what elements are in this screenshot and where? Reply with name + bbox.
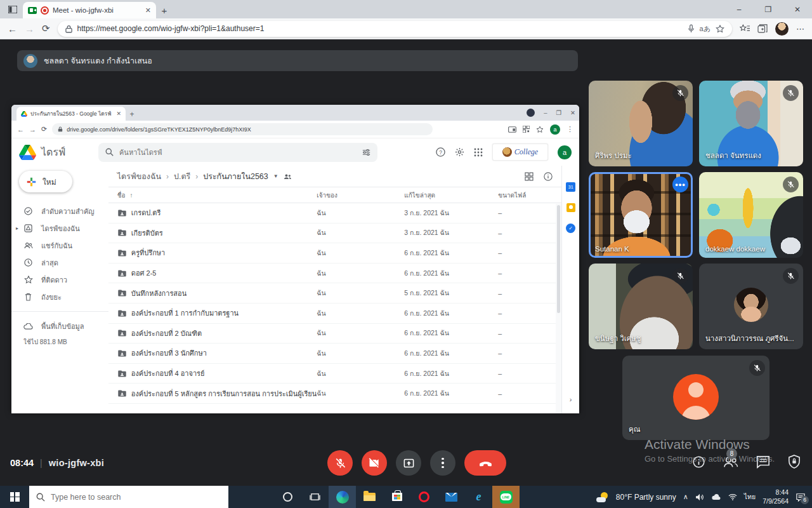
column-name[interactable]: ชื่อ xyxy=(117,190,126,200)
video-tile[interactable]: ชลลดา จันทรแดง xyxy=(699,81,803,166)
keyboard-language-indicator[interactable]: ไทย xyxy=(744,491,756,502)
new-tab-button[interactable]: + xyxy=(156,5,173,18)
translate-icon[interactable]: aあ xyxy=(700,24,710,34)
column-modified[interactable]: แก้ไขล่าสุด xyxy=(404,190,498,200)
drive-account-avatar[interactable]: a xyxy=(550,124,560,135)
cast-icon[interactable] xyxy=(508,126,516,133)
taskbar-clock[interactable]: 8:44 7/9/2564 xyxy=(763,488,789,505)
breadcrumb-degree[interactable]: ป.ตรี xyxy=(174,170,190,183)
apps-grid-icon[interactable] xyxy=(474,148,483,157)
forward-button[interactable]: → xyxy=(25,23,34,34)
drive-account-avatar[interactable]: a xyxy=(558,145,572,159)
video-tile[interactable]: ศิริพร ปรมะ xyxy=(589,81,693,166)
shared-address-bar[interactable]: drive.google.com/drive/folders/1gsSGreTK… xyxy=(52,123,433,135)
taskbar-app-file-explorer[interactable] xyxy=(356,486,383,508)
calendar-icon[interactable]: 31 xyxy=(566,182,575,192)
self-video-tile[interactable]: คุณ xyxy=(622,356,769,440)
shared-maximize-button[interactable]: ❐ xyxy=(556,109,562,116)
sidebar-item-shared-with-me[interactable]: แชร์กับฉัน xyxy=(11,237,108,254)
qr-grid-icon[interactable] xyxy=(523,126,530,133)
sidebar-item-trash[interactable]: ถังขยะ xyxy=(11,288,108,305)
column-size[interactable]: ขนาดไฟล์ xyxy=(498,190,553,200)
table-row[interactable]: ดอศ 2-5 ฉัน 6 ก.ย. 2021 ฉัน – xyxy=(108,264,562,284)
onedrive-icon[interactable] xyxy=(711,494,721,500)
sidebar-item-recent[interactable]: ล่าสุด xyxy=(11,254,108,271)
mic-toggle-button[interactable] xyxy=(327,450,353,476)
sort-arrow-icon[interactable]: ↑ xyxy=(130,192,133,199)
minimize-button[interactable]: – xyxy=(724,0,754,18)
breadcrumb-current-folder[interactable]: ประกันภายใน2563 xyxy=(203,170,268,183)
table-row[interactable]: บันทึกหลังการสอน ฉัน 5 ก.ย. 2021 ฉัน – xyxy=(108,283,562,304)
shared-menu-icon[interactable]: ⋮ xyxy=(566,125,573,133)
shared-minimize-button[interactable]: – xyxy=(544,109,547,116)
present-screen-button[interactable] xyxy=(396,450,421,476)
new-button[interactable]: ใหม่ xyxy=(19,171,72,192)
taskbar-app-store[interactable] xyxy=(383,486,410,508)
chat-icon[interactable] xyxy=(756,455,770,469)
reload-button[interactable]: ⟳ xyxy=(42,23,50,34)
volume-icon[interactable] xyxy=(695,493,704,501)
info-icon[interactable] xyxy=(544,172,553,181)
table-row[interactable]: องค์ประกอบที่ 1 การกำกับมาตรฐาน ฉัน 6 ก.… xyxy=(108,304,562,324)
collections-icon[interactable] xyxy=(757,24,768,33)
tile-options-icon[interactable]: ••• xyxy=(672,177,688,192)
video-tile-active-speaker[interactable]: ••• Sutanan K xyxy=(589,172,693,258)
tray-chevron-icon[interactable]: ∧ xyxy=(683,493,688,501)
sidebar-item-starred[interactable]: ที่ติดดาว xyxy=(11,271,108,288)
video-tile[interactable]: นางสาวนิภาวรรณ ภูศรีจัน... xyxy=(699,264,803,349)
shared-back-button[interactable]: ← xyxy=(17,126,24,133)
task-view-button[interactable] xyxy=(301,486,329,508)
camera-toggle-button[interactable] xyxy=(362,450,387,476)
sidebar-item-my-drive[interactable]: ▸ ไดรฟ์ของฉัน xyxy=(11,220,108,237)
taskbar-app-internet-explorer[interactable]: e xyxy=(465,486,492,508)
shared-new-tab-button[interactable]: + xyxy=(126,110,138,121)
address-bar[interactable]: https://meet.google.com/wio-jgfw-xbi?pli… xyxy=(58,21,732,37)
add-favorite-icon[interactable] xyxy=(716,25,724,33)
shared-tab-close-icon[interactable]: ✕ xyxy=(116,110,121,117)
shared-browser-tab[interactable]: ประกันภายใน2563 - Google ไดรฟ์ ✕ xyxy=(16,107,126,121)
browser-menu-icon[interactable]: ⋯ xyxy=(796,24,804,34)
drive-search-box[interactable] xyxy=(98,143,377,162)
taskbar-search-input[interactable] xyxy=(51,493,221,502)
video-tile[interactable]: ขนิษฐา วิเศษชู xyxy=(589,264,693,349)
browser-profile-avatar[interactable] xyxy=(775,22,789,36)
taskbar-search[interactable] xyxy=(29,486,228,508)
keep-icon[interactable] xyxy=(566,203,575,212)
back-button[interactable]: ← xyxy=(8,23,17,34)
search-options-icon[interactable] xyxy=(362,149,370,156)
more-options-button[interactable] xyxy=(430,450,455,476)
taskbar-app-opera[interactable] xyxy=(410,486,438,508)
table-row[interactable]: องค์ประกอบที่ 5 หลักสูตร การเรียนการสอน … xyxy=(108,384,562,404)
taskbar-app-mail[interactable] xyxy=(438,486,465,508)
shared-reload-button[interactable]: ⟳ xyxy=(41,125,47,133)
video-tile[interactable]: dokkaew dokkaew xyxy=(699,172,803,258)
meeting-details-icon[interactable] xyxy=(692,455,705,469)
folder-menu-caret-icon[interactable]: ▼ xyxy=(273,173,278,179)
breadcrumb-my-drive[interactable]: ไดรฟ์ของฉัน xyxy=(117,170,161,183)
vertical-tabs-button[interactable] xyxy=(5,3,20,17)
table-row[interactable]: องค์ประกอบที่ 3 นักศึกษา ฉัน 6 ก.ย. 2021… xyxy=(108,344,562,364)
shared-close-button[interactable]: ✕ xyxy=(570,109,575,116)
maximize-button[interactable]: ❐ xyxy=(754,0,783,18)
drive-search-input[interactable] xyxy=(119,149,357,156)
close-button[interactable]: ✕ xyxy=(783,0,812,18)
column-owner[interactable]: เจ้าของ xyxy=(317,190,404,200)
table-row[interactable]: ครูที่ปรึกษา ฉัน 6 ก.ย. 2021 ฉัน – xyxy=(108,243,562,264)
table-row[interactable]: องค์ประกอบที่ 4 อาจารย์ ฉัน 6 ก.ย. 2021 … xyxy=(108,364,562,384)
grid-view-icon[interactable] xyxy=(525,172,534,181)
voice-search-icon[interactable] xyxy=(688,24,695,33)
bookmark-star-icon[interactable] xyxy=(536,126,544,133)
tasks-icon[interactable]: ✓ xyxy=(566,224,575,233)
start-button[interactable] xyxy=(0,486,29,508)
favorites-bar-icon[interactable] xyxy=(740,24,750,33)
table-row[interactable]: เกียรติบัตร ฉัน 3 ก.ย. 2021 ฉัน – xyxy=(108,224,562,244)
participants-icon[interactable]: 8 xyxy=(723,455,738,468)
hide-panel-chevron-icon[interactable]: › xyxy=(570,396,572,403)
cortana-button[interactable] xyxy=(274,486,301,508)
settings-gear-icon[interactable] xyxy=(455,147,464,157)
shared-forward-button[interactable]: → xyxy=(29,126,36,133)
expand-arrow-icon[interactable]: ▸ xyxy=(16,225,18,231)
taskbar-app-line[interactable]: LINE xyxy=(492,486,520,508)
table-row[interactable]: องค์ประกอบที่ 2 บัณฑิต ฉัน 6 ก.ย. 2021 ฉ… xyxy=(108,324,562,344)
wifi-icon[interactable] xyxy=(728,493,737,500)
